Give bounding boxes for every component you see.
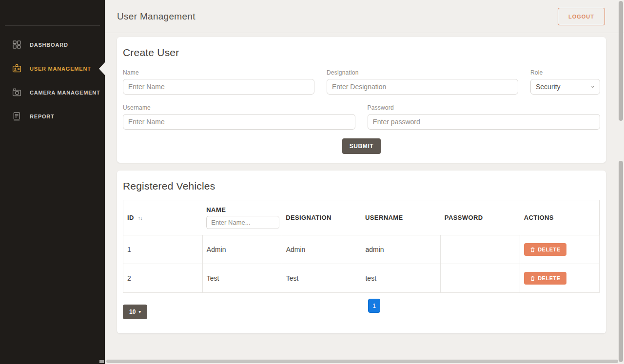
designation-input[interactable] — [327, 79, 518, 95]
name-input[interactable] — [123, 79, 314, 95]
cell-id: 2 — [123, 264, 203, 293]
main-area: User Management LOGOUT Create User Name … — [105, 0, 624, 364]
cell-actions: DELETE — [520, 235, 600, 264]
table-row: 1 Admin Admin admin DELETE — [123, 235, 600, 264]
column-header-username: USERNAME — [361, 200, 441, 235]
logout-button[interactable]: LOGOUT — [558, 8, 605, 25]
vertical-scrollbar-thumb[interactable] — [619, 1, 623, 121]
cell-name: Test — [202, 264, 282, 293]
caret-down-icon: ▾ — [138, 309, 141, 314]
sidebar-item-label: USER MANAGEMENT — [30, 66, 91, 72]
name-field-group: Name — [123, 69, 314, 95]
page-title: User Management — [117, 11, 195, 22]
camera-icon — [12, 87, 22, 97]
name-label: Name — [123, 69, 314, 76]
delete-button[interactable]: DELETE — [524, 243, 566, 256]
username-field-group: Username — [123, 104, 355, 130]
column-header-id[interactable]: ID ↑↓ — [123, 200, 203, 235]
scrollbar-corner — [99, 360, 104, 363]
trash-icon — [530, 247, 535, 252]
create-user-card: Create User Name Designation Role Securi… — [117, 37, 606, 163]
sidebar-item-user-management[interactable]: USER MANAGEMENT — [0, 57, 105, 80]
sidebar-item-label: REPORT — [30, 114, 55, 119]
cell-password — [441, 264, 520, 293]
table-header-row: ID ↑↓ NAME DESIGNATION USERNAME PASSWORD… — [123, 200, 600, 235]
id-badge-icon — [12, 63, 22, 74]
active-item-arrow — [99, 62, 105, 75]
report-icon — [12, 111, 22, 121]
users-table: ID ↑↓ NAME DESIGNATION USERNAME PASSWORD… — [123, 200, 600, 293]
sidebar-item-report[interactable]: REPORT — [0, 104, 105, 128]
dashboard-icon — [12, 39, 22, 50]
sort-icons[interactable]: ↑↓ — [138, 215, 142, 221]
form-row-2: Username Password — [123, 104, 600, 130]
create-user-title: Create User — [123, 47, 600, 58]
cell-username: test — [361, 264, 441, 293]
sidebar: DASHBOARD USER MANAGEMENT CAMERA MANAGEM… — [0, 0, 105, 364]
column-header-designation: DESIGNATION — [282, 200, 361, 235]
password-label: Password — [368, 104, 601, 111]
password-field-group: Password — [368, 104, 601, 130]
submit-row: SUBMIT — [123, 138, 600, 154]
trash-icon — [530, 276, 535, 281]
sidebar-item-label: CAMERA MANAGEMENT — [30, 90, 100, 96]
content: Create User Name Designation Role Securi… — [105, 33, 606, 333]
password-input[interactable] — [368, 114, 601, 130]
table-wrapper: ID ↑↓ NAME DESIGNATION USERNAME PASSWORD… — [123, 200, 600, 293]
horizontal-scrollbar-thumb[interactable] — [106, 360, 618, 363]
cell-actions: DELETE — [520, 264, 600, 293]
sidebar-divider — [5, 25, 100, 26]
cell-id: 1 — [123, 235, 203, 264]
role-label: Role — [530, 69, 600, 76]
pagination-page-1[interactable]: 1 — [368, 299, 380, 313]
registered-vehicles-card: Registered Vehicles ID ↑↓ NAME — [117, 171, 606, 333]
column-header-actions: ACTIONS — [520, 200, 600, 235]
role-field-group: Role Security — [530, 69, 600, 95]
sidebar-item-label: DASHBOARD — [30, 42, 68, 48]
sidebar-nav: DASHBOARD USER MANAGEMENT CAMERA MANAGEM… — [0, 33, 105, 128]
designation-label: Designation — [327, 69, 518, 76]
cell-name: Admin — [202, 235, 282, 264]
sidebar-item-camera-management[interactable]: CAMERA MANAGEMENT — [0, 80, 105, 104]
table-row: 2 Test Test test DELETE — [123, 264, 600, 293]
delete-button[interactable]: DELETE — [524, 272, 566, 285]
cell-designation: Test — [282, 264, 361, 293]
username-label: Username — [123, 104, 355, 111]
vertical-scrollbar-thumb-lower[interactable] — [619, 161, 623, 362]
column-header-password: PASSWORD — [441, 200, 520, 235]
column-header-name: NAME — [202, 200, 282, 235]
role-select[interactable]: Security — [530, 79, 600, 95]
submit-button[interactable]: SUBMIT — [342, 138, 381, 154]
cell-designation: Admin — [282, 235, 361, 264]
top-header: User Management LOGOUT — [105, 0, 624, 33]
page-size-dropdown[interactable]: 10 ▾ — [123, 305, 147, 319]
name-filter-input[interactable] — [206, 216, 279, 229]
cell-username: admin — [361, 235, 441, 264]
cell-password — [441, 235, 520, 264]
form-row-1: Name Designation Role Security — [123, 69, 600, 95]
username-input[interactable] — [123, 114, 355, 130]
registered-vehicles-title: Registered Vehicles — [123, 180, 600, 192]
designation-field-group: Designation — [327, 69, 518, 95]
table-footer: 10 ▾ 1 — [123, 305, 600, 319]
sidebar-item-dashboard[interactable]: DASHBOARD — [0, 33, 105, 57]
